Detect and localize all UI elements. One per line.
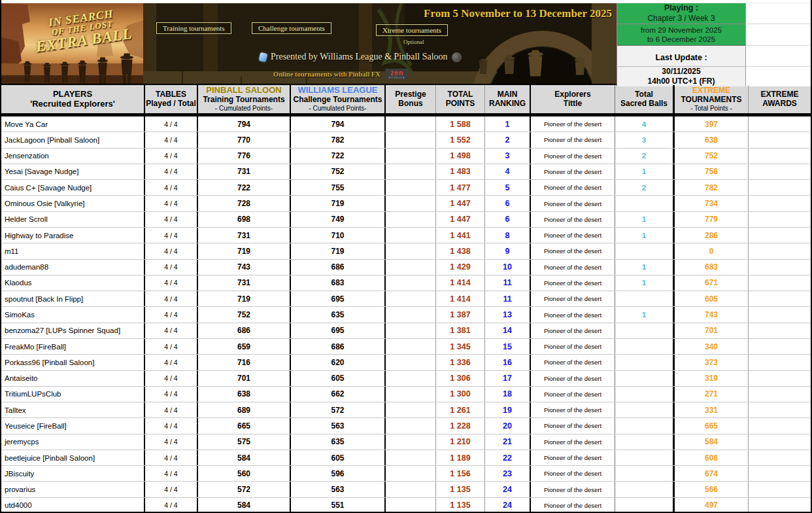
cell-training-points: 698	[198, 212, 291, 227]
cell-extreme-points: 397	[675, 116, 749, 132]
playing-value: Chapter 3 / Week 3	[647, 14, 715, 24]
table-header-row: PLAYERS 'Recruited Explorers' TABLES Pla…	[1, 84, 811, 116]
cell-total-points: 1 447	[436, 196, 485, 211]
cell-challenge-points: 722	[291, 149, 386, 164]
cell-training-points: 659	[198, 339, 291, 354]
eight-ball-icon	[452, 52, 462, 62]
cell-player-name: SimoKas	[1, 307, 145, 322]
cell-sacred-balls: 1	[615, 212, 675, 227]
cell-total-points: 1 498	[436, 149, 485, 164]
cell-sacred-balls	[615, 466, 675, 481]
cell-training-points: 584	[198, 498, 291, 513]
cell-prestige-bonus	[386, 323, 436, 338]
cell-total-points: 1 414	[436, 291, 485, 306]
cell-extreme-points: 734	[675, 196, 749, 211]
cell-player-name: provarius	[1, 482, 145, 497]
table-row: Yesai [Savage Nudge] 4 / 4 731 752 1 483…	[1, 164, 811, 180]
cell-player-name: Highway to Paradise	[1, 228, 145, 243]
cell-extreme-points: 319	[675, 371, 749, 386]
presented-by-line: Presented by Williams League & Pinball S…	[260, 52, 462, 62]
cell-player-name: Helder Scroll	[1, 212, 145, 227]
table-row: Talltex 4 / 4 689 572 1 261 19 Pioneer o…	[1, 402, 811, 418]
cell-training-points: 584	[198, 450, 291, 465]
cell-player-name: Ominous Osie [Valkyrie]	[1, 196, 145, 211]
cell-player-name: adudeman88	[1, 260, 145, 275]
header-extreme-line: TOURNAMENTS	[681, 96, 741, 105]
cell-extreme-awards	[749, 355, 811, 370]
cell-challenge-points: 686	[291, 260, 386, 275]
cell-challenge-points: 719	[291, 243, 386, 258]
cell-total-points: 1 210	[436, 434, 485, 450]
cell-challenge-points: 563	[291, 482, 386, 497]
table-row: Ominous Osie [Valkyrie] 4 / 4 728 719 1 …	[1, 196, 811, 211]
cell-explorer-title: Pioneer of the desert	[531, 355, 615, 370]
cell-prestige-bonus	[386, 434, 436, 450]
cell-sacred-balls	[615, 196, 675, 211]
cell-extreme-points: 605	[675, 291, 749, 306]
cell-player-name: Jensenzation	[1, 149, 145, 164]
cell-total-points: 1 300	[436, 387, 485, 402]
cell-player-name: Yesai [Savage Nudge]	[1, 164, 145, 179]
cell-sacred-balls	[615, 498, 675, 513]
cell-sacred-balls: 1	[615, 164, 675, 179]
cell-tables-played: 4 / 4	[145, 307, 198, 322]
cell-prestige-bonus	[386, 228, 436, 243]
cell-extreme-awards	[749, 228, 811, 243]
cell-sacred-balls	[615, 339, 675, 354]
cell-explorer-title: Pioneer of the desert	[531, 149, 615, 164]
header-extreme-brand: EXTREME	[692, 86, 730, 96]
cell-main-ranking: 3	[485, 149, 531, 164]
cell-tables-played: 4 / 4	[145, 164, 198, 179]
cell-training-points: 776	[198, 149, 291, 164]
playing-from: from 29 November 2025	[641, 26, 722, 35]
cell-sacred-balls	[615, 434, 675, 450]
header-prestige-line2: Bonus	[398, 99, 422, 109]
cell-challenge-points: 662	[291, 387, 386, 402]
empty-cell	[745, 46, 811, 67]
cell-prestige-bonus	[386, 402, 436, 417]
cell-tables-played: 4 / 4	[145, 243, 198, 258]
cell-tables-played: 4 / 4	[145, 387, 198, 402]
cell-prestige-bonus	[386, 466, 436, 481]
cell-player-name: FreakMo [FireBall]	[1, 339, 145, 354]
cell-main-ranking: 4	[485, 164, 531, 179]
header-total-points: TOTAL POINTS	[436, 85, 485, 113]
header-players-line2: 'Recruited Explorers'	[30, 99, 115, 109]
header-tables: TABLES Played / Total	[145, 85, 198, 113]
header-training-sub: - Cumulated Points-	[215, 105, 273, 113]
cell-prestige-bonus	[386, 196, 436, 211]
cell-challenge-points: 605	[291, 371, 386, 386]
cell-main-ranking: 24	[485, 498, 531, 513]
cell-training-points: 731	[198, 228, 291, 243]
cell-training-points: 689	[198, 402, 291, 417]
cell-extreme-points: 758	[675, 164, 749, 179]
cell-main-ranking: 17	[485, 371, 531, 386]
cell-challenge-points: 719	[291, 196, 386, 211]
cell-challenge-points: 605	[291, 450, 386, 465]
cell-tables-played: 4 / 4	[145, 180, 198, 195]
cell-sacred-balls: 3	[615, 132, 675, 147]
cell-sacred-balls	[615, 355, 675, 370]
cell-prestige-bonus	[386, 116, 436, 132]
table-row: Helder Scroll 4 / 4 698 749 1 447 6 Pion…	[1, 212, 811, 228]
cell-explorer-title: Pioneer of the desert	[531, 228, 615, 243]
cell-main-ranking: 24	[485, 482, 531, 497]
cell-extreme-awards	[749, 323, 811, 338]
cell-training-points: 731	[198, 275, 291, 291]
cell-prestige-bonus	[386, 418, 436, 433]
cell-tables-played: 4 / 4	[145, 371, 198, 386]
cell-sacred-balls	[615, 323, 675, 338]
table-row: JBiscuity 4 / 4 560 596 1 156 23 Pioneer…	[1, 466, 811, 482]
header-training-tournaments: PINBALL SALOON Training Tournaments - Cu…	[198, 85, 291, 113]
cell-extreme-points: 782	[675, 180, 749, 195]
cell-extreme-points: 608	[675, 450, 749, 465]
cell-prestige-bonus	[386, 450, 436, 465]
presented-by-text: Presented by Williams League & Pinball S…	[271, 52, 448, 62]
cell-prestige-bonus	[386, 243, 436, 258]
online-note-text: Online tournaments with Pinball FX	[273, 71, 381, 78]
table-row: m11 4 / 4 719 719 1 438 9 Pioneer of the…	[1, 243, 811, 259]
cell-explorer-title: Pioneer of the desert	[531, 371, 615, 386]
table-row: utd4000 4 / 4 584 551 1 135 24 Pioneer o…	[1, 498, 811, 513]
cell-extreme-points: 701	[675, 323, 749, 338]
header-williams-league-brand: WILLIAMS LEAGUE	[297, 86, 377, 96]
